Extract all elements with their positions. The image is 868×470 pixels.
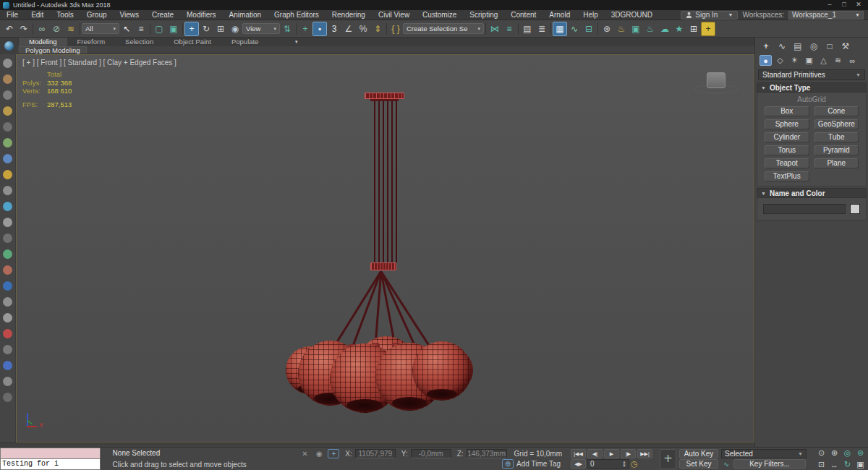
ribbon-vertical-tool-icon[interactable] — [3, 106, 12, 116]
ribbon-vertical-tool-icon[interactable] — [3, 59, 12, 68]
viewport-label[interactable]: [ + ] [ Front ] [ Standard ] [ Clay + Ed… — [22, 59, 176, 67]
cylinder-button[interactable]: Cylinder — [765, 132, 809, 142]
rendered-frame-window-icon[interactable]: ▣ — [629, 22, 643, 36]
ribbon-tab[interactable]: Object Paint — [163, 38, 221, 46]
zoom-icon[interactable]: ⊙ — [815, 448, 827, 458]
separator[interactable] — [549, 23, 553, 35]
zoom-all-icon[interactable]: ⊕ — [828, 448, 841, 458]
ribbon-vertical-tool-icon[interactable] — [3, 297, 12, 307]
pyramid-button[interactable]: Pyramid — [814, 145, 859, 155]
go-to-start-button[interactable]: |◀◀ — [571, 449, 586, 458]
ribbon-vertical-tool-icon[interactable] — [3, 249, 12, 259]
teapot-button[interactable]: Teapot — [765, 158, 809, 168]
ribbon-vertical-tool-icon[interactable] — [3, 361, 12, 370]
ribbon-tab[interactable]: Populate — [221, 38, 269, 46]
cone-button[interactable]: Cone — [814, 106, 859, 116]
menu-item[interactable]: Modifiers — [180, 10, 223, 20]
select-and-place-icon[interactable]: ◉ — [228, 22, 242, 36]
sphere-button[interactable]: Sphere — [765, 119, 809, 129]
window-crossing-toggle-icon[interactable]: ▣ — [166, 22, 181, 36]
create-tab-icon[interactable]: + — [760, 40, 773, 52]
ribbon-vertical-tool-icon[interactable] — [3, 393, 12, 402]
bind-to-space-warp-icon[interactable]: ≋ — [64, 22, 78, 36]
object-color-swatch[interactable] — [850, 204, 860, 214]
select-and-move-icon[interactable]: + — [184, 22, 199, 36]
object-type-rollout-header[interactable]: ▼ Object Type — [757, 82, 867, 93]
ribbon-vertical-tool-icon[interactable] — [3, 74, 12, 84]
named-selection-sets-dropdown[interactable]: Create Selection Se — [403, 23, 484, 34]
keyboard-shortcut-override-icon[interactable]: ▪ — [312, 22, 327, 36]
menu-item[interactable]: Rendering — [326, 10, 372, 20]
select-and-scale-icon[interactable]: ⊞ — [213, 22, 228, 36]
listener-macro-pane[interactable] — [0, 448, 101, 459]
rectangular-selection-region-icon[interactable]: ▢ — [152, 22, 166, 36]
geosphere-button[interactable]: GeoSphere — [814, 119, 859, 129]
edit-named-selection-sets-icon[interactable]: { } — [388, 22, 403, 36]
ribbon-vertical-tool-icon[interactable] — [3, 313, 12, 322]
close-button[interactable]: ✕ — [852, 1, 865, 9]
next-frame-button[interactable]: |▶ — [621, 449, 636, 458]
menu-item[interactable]: Tools — [50, 10, 80, 20]
default-in-out-tangents-icon[interactable]: ∿ — [721, 461, 731, 468]
pan-icon[interactable]: ↔ — [828, 459, 841, 470]
name-and-color-rollout-header[interactable]: ▼ Name and Color — [757, 188, 867, 198]
workspace-dropdown[interactable]: Workspace_1 ▼ — [788, 11, 864, 20]
separator[interactable] — [596, 23, 600, 35]
spinner-icon[interactable]: ▲▼ — [622, 461, 626, 468]
ribbon-vertical-tool-icon[interactable] — [3, 90, 12, 100]
ribbon-vertical-tool-icon[interactable] — [3, 329, 12, 338]
helpers-category-icon[interactable]: △ — [817, 55, 830, 66]
curve-editor-icon[interactable]: ∿ — [567, 22, 582, 36]
ribbon-vertical-tool-icon[interactable] — [3, 202, 12, 211]
sign-in-button[interactable]: Sign In ▼ — [681, 11, 738, 20]
systems-category-icon[interactable]: ∞ — [846, 55, 859, 66]
toggle-ribbon-icon[interactable]: ▦ — [553, 22, 567, 36]
render-production-icon[interactable]: ♨ — [643, 22, 658, 36]
ribbon-vertical-tool-icon[interactable] — [3, 122, 12, 132]
separator[interactable] — [294, 23, 298, 35]
menu-item[interactable]: Civil View — [372, 10, 416, 20]
reference-coordinate-system-dropdown[interactable]: View — [242, 23, 280, 34]
orbit-icon[interactable]: ↻ — [841, 459, 854, 470]
set-key-button[interactable]: Set Key — [679, 459, 718, 469]
menu-item[interactable]: Arnold — [542, 10, 576, 20]
menu-item[interactable]: Animation — [223, 10, 268, 20]
menu-item[interactable]: 3DGROUND — [605, 10, 659, 20]
menu-item[interactable]: File — [0, 10, 25, 20]
maxscript-mini-listener[interactable]: Testing for i — [0, 448, 101, 470]
shapes-category-icon[interactable]: ◇ — [774, 55, 786, 66]
menu-item[interactable]: Help — [576, 10, 605, 20]
zoom-extents-icon[interactable]: ◎ — [841, 448, 854, 458]
track-bar[interactable] — [0, 443, 754, 447]
menu-item[interactable]: Graph Editors — [268, 10, 326, 20]
menu-item[interactable]: Scripting — [463, 10, 504, 20]
ribbon-vertical-tool-icon[interactable] — [3, 170, 12, 179]
separator[interactable] — [181, 23, 184, 35]
motion-tab-icon[interactable]: ◎ — [807, 40, 820, 52]
set-keys-button[interactable]: + — [660, 449, 676, 469]
selection-filter-dropdown[interactable]: All — [82, 23, 119, 34]
zoom-extents-all-icon[interactable]: ⊚ — [854, 448, 867, 458]
undo-icon[interactable]: ↶ — [2, 22, 17, 36]
render-in-cloud-icon[interactable]: ☁ — [658, 22, 672, 36]
tube-button[interactable]: Tube — [814, 132, 859, 142]
layer-explorer-icon[interactable]: ≣ — [535, 22, 549, 36]
menu-item[interactable]: Views — [114, 10, 146, 20]
mirror-icon[interactable]: ⋈ — [488, 22, 502, 36]
torus-button[interactable]: Torus — [765, 145, 809, 155]
object-name-input[interactable] — [763, 204, 846, 214]
separator[interactable] — [31, 23, 35, 35]
minimize-button[interactable]: – — [823, 1, 836, 9]
select-and-link-icon[interactable]: ∞ — [35, 22, 49, 36]
polygon-modeling-panel-label[interactable]: Polygon Modeling — [19, 46, 87, 54]
current-frame-field[interactable]: 0 ▲▼ — [587, 459, 629, 469]
ribbon-vertical-tool-icon[interactable] — [3, 345, 12, 354]
previous-frame-button[interactable]: ◀| — [587, 449, 603, 458]
separator[interactable] — [78, 23, 82, 35]
box-button[interactable]: Box — [765, 106, 809, 116]
percent-snap-toggle-icon[interactable]: % — [356, 22, 370, 36]
menu-item[interactable]: Edit — [25, 10, 50, 20]
unlink-selection-icon[interactable]: ⊘ — [49, 22, 64, 36]
ribbon-vertical-tool-icon[interactable] — [3, 218, 12, 227]
separator[interactable] — [148, 23, 152, 35]
